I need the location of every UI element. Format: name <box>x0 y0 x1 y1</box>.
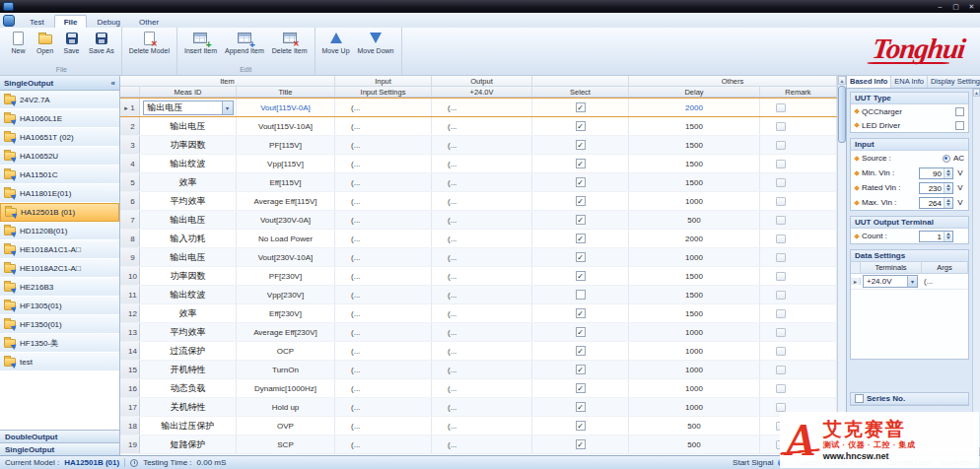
uut-type-checkbox[interactable] <box>955 121 964 130</box>
minimize-button[interactable]: – <box>933 1 947 12</box>
panel-scrollbar[interactable]: ▲ ▼ <box>972 89 980 455</box>
output-settings-cell[interactable]: (... <box>432 342 532 360</box>
meas-id-combo[interactable]: 输出电压 <box>171 120 206 133</box>
delay-cell[interactable]: 500 <box>629 436 760 453</box>
title-cell[interactable]: SCP <box>237 436 335 453</box>
table-row[interactable]: 11 输出纹波 Vpp[230V] (... (... <box>120 286 837 304</box>
delay-cell[interactable]: 1500 <box>629 304 760 322</box>
open-button[interactable]: Open <box>32 29 58 65</box>
meas-id-cell[interactable]: 平均效率 <box>140 192 237 210</box>
meas-id-cell[interactable]: 效率 <box>140 173 237 191</box>
output-settings-cell[interactable]: (... <box>432 192 532 210</box>
row-number-cell[interactable]: 2 <box>120 117 140 135</box>
grid-vertical-scrollbar[interactable]: ▲ ▼ <box>837 76 846 455</box>
row-number-cell[interactable]: 8 <box>120 230 140 247</box>
meas-id-combo[interactable]: 平均效率 <box>171 326 206 339</box>
remark-cell[interactable] <box>760 211 837 229</box>
select-checkbox[interactable] <box>576 177 586 187</box>
table-row[interactable]: 12 效率 Eff[230V] (... (... <box>120 304 837 323</box>
insert-item-button[interactable]: Insert Item <box>180 29 221 65</box>
remark-cell[interactable] <box>760 286 837 303</box>
ribbon-tab[interactable]: File <box>54 15 88 28</box>
select-checkbox[interactable] <box>576 140 586 150</box>
title-cell[interactable]: Average Eff[115V] <box>237 192 335 210</box>
header-meas-id[interactable]: Meas ID <box>140 87 237 97</box>
title-cell[interactable]: Vout[115V-0A] <box>237 99 335 116</box>
output-settings-cell[interactable]: (... <box>432 436 532 453</box>
voltage-value[interactable]: 264 <box>920 198 944 208</box>
remark-icon[interactable] <box>776 384 786 393</box>
table-row[interactable]: 7 输出电压 Vout[230V-0A] (... (... <box>120 211 837 230</box>
table-row[interactable]: 18 输出过压保护 OVP (... (... <box>120 417 837 436</box>
remark-cell[interactable] <box>760 192 837 210</box>
output-settings-cell[interactable]: (... <box>432 248 532 266</box>
sidebar-item[interactable]: HA11801E(01) <box>0 184 119 203</box>
row-number-cell[interactable]: 15 <box>120 361 140 378</box>
scroll-up-arrow-icon[interactable]: ▲ <box>838 76 846 85</box>
sidebar-item[interactable]: HF1350-美 <box>0 334 119 353</box>
voltage-input[interactable]: 264 <box>919 197 953 209</box>
voltage-input[interactable]: 230 <box>919 182 953 194</box>
sidebar-item[interactable]: HA12501B (01) <box>0 203 119 222</box>
panel-tab[interactable]: Based Info <box>847 76 891 88</box>
source-ac-radio[interactable] <box>943 155 950 163</box>
output-settings-cell[interactable]: (... <box>432 286 532 303</box>
row-number-cell[interactable]: 9 <box>120 248 140 266</box>
table-row[interactable]: 1 输出电压 Vout[115V-0A] (... (... <box>120 98 837 117</box>
title-cell[interactable]: Vout[115V-10A] <box>237 117 335 135</box>
input-settings-cell[interactable]: (... <box>335 361 432 378</box>
select-checkbox[interactable] <box>576 439 586 449</box>
input-settings-cell[interactable]: (... <box>335 99 432 116</box>
remark-icon[interactable] <box>776 178 786 187</box>
title-cell[interactable]: Vpp[230V] <box>237 286 335 303</box>
output-settings-cell[interactable]: (... <box>432 211 532 229</box>
remark-cell[interactable] <box>760 230 837 247</box>
select-checkbox[interactable] <box>576 383 586 393</box>
remark-cell[interactable] <box>760 379 837 397</box>
sidebar-item[interactable]: HF1305(01) <box>0 297 119 315</box>
select-cell[interactable] <box>532 323 629 341</box>
dropdown-arrow-icon[interactable] <box>907 276 917 287</box>
voltage-input[interactable]: 90 <box>919 168 953 179</box>
delay-cell[interactable]: 1000 <box>629 361 760 378</box>
delay-cell[interactable]: 1000 <box>629 192 760 210</box>
select-checkbox[interactable] <box>576 308 586 318</box>
remark-cell[interactable] <box>760 361 837 378</box>
remark-cell[interactable] <box>760 155 837 172</box>
output-settings-cell[interactable]: (... <box>432 379 532 397</box>
voltage-value[interactable]: 230 <box>920 183 944 193</box>
input-settings-cell[interactable]: (... <box>335 267 432 285</box>
meas-id-combo[interactable]: 输出电压 <box>171 214 206 227</box>
title-cell[interactable]: Eff[115V] <box>237 173 335 191</box>
spinner-icon[interactable] <box>944 168 952 178</box>
count-input[interactable]: 1 <box>919 231 953 242</box>
meas-id-combo[interactable]: 输出纹波 <box>171 289 206 302</box>
row-number-cell[interactable]: 10 <box>120 267 140 285</box>
select-cell[interactable] <box>532 286 629 303</box>
select-cell[interactable] <box>532 173 629 191</box>
delay-cell[interactable]: 1000 <box>629 379 760 397</box>
output-settings-cell[interactable]: (... <box>432 117 532 135</box>
input-settings-cell[interactable]: (... <box>335 286 432 303</box>
meas-id-combo[interactable]: 输出纹波 <box>171 158 206 170</box>
meas-id-cell[interactable]: 功率因数 <box>140 136 237 154</box>
row-number-cell[interactable]: 16 <box>120 379 140 397</box>
scrollbar-thumb[interactable] <box>838 86 846 143</box>
table-row[interactable]: 13 平均效率 Average Eff[230V] (... (... <box>120 323 837 342</box>
select-checkbox[interactable] <box>576 121 586 131</box>
title-cell[interactable]: No Load Power <box>237 230 335 247</box>
title-cell[interactable]: PF[115V] <box>237 136 335 154</box>
delay-cell[interactable]: 1500 <box>629 173 760 191</box>
dropdown-arrow-icon[interactable] <box>222 101 233 114</box>
meas-id-cell[interactable]: 输出电压 <box>140 117 237 135</box>
output-settings-cell[interactable]: (... <box>432 417 532 435</box>
meas-id-combo[interactable]: 输出过压保护 <box>162 420 215 433</box>
series-no-checkbox[interactable] <box>855 394 864 403</box>
select-cell[interactable] <box>532 417 629 435</box>
remark-icon[interactable] <box>776 141 786 150</box>
select-cell[interactable] <box>532 99 629 116</box>
row-number-cell[interactable]: 12 <box>120 304 140 322</box>
remark-icon[interactable] <box>776 366 786 374</box>
select-cell[interactable] <box>532 192 629 210</box>
select-checkbox[interactable] <box>576 402 586 412</box>
